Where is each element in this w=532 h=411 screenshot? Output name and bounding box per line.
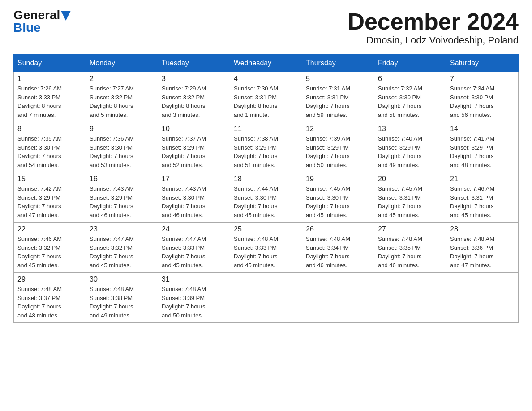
day-info: Sunrise: 7:41 AMSunset: 3:29 PMDaylight:… bbox=[450, 134, 515, 169]
day-info: Sunrise: 7:48 AMSunset: 3:35 PMDaylight:… bbox=[378, 235, 442, 270]
table-row: 4Sunrise: 7:30 AMSunset: 3:31 PMDaylight… bbox=[230, 72, 302, 122]
day-info: Sunrise: 7:48 AMSunset: 3:36 PMDaylight:… bbox=[450, 235, 515, 270]
day-number: 2 bbox=[90, 75, 154, 83]
table-row: 12Sunrise: 7:39 AMSunset: 3:29 PMDayligh… bbox=[302, 122, 374, 172]
table-row: 21Sunrise: 7:46 AMSunset: 3:31 PMDayligh… bbox=[446, 172, 519, 223]
page-title: December 2024 bbox=[348, 9, 519, 34]
table-row: 31Sunrise: 7:48 AMSunset: 3:39 PMDayligh… bbox=[158, 273, 230, 323]
table-row: 13Sunrise: 7:40 AMSunset: 3:29 PMDayligh… bbox=[374, 122, 446, 172]
table-row: 10Sunrise: 7:37 AMSunset: 3:29 PMDayligh… bbox=[158, 122, 230, 172]
day-number: 4 bbox=[234, 75, 298, 83]
day-number: 1 bbox=[17, 75, 82, 83]
table-row: 15Sunrise: 7:42 AMSunset: 3:29 PMDayligh… bbox=[14, 172, 86, 223]
day-number: 9 bbox=[90, 125, 154, 133]
table-row: 9Sunrise: 7:36 AMSunset: 3:30 PMDaylight… bbox=[86, 122, 158, 172]
table-row: 6Sunrise: 7:32 AMSunset: 3:30 PMDaylight… bbox=[374, 72, 446, 122]
table-row: 25Sunrise: 7:48 AMSunset: 3:33 PMDayligh… bbox=[230, 223, 302, 273]
day-info: Sunrise: 7:40 AMSunset: 3:29 PMDaylight:… bbox=[378, 134, 442, 169]
table-row: 1Sunrise: 7:26 AMSunset: 3:33 PMDaylight… bbox=[14, 72, 86, 122]
table-row: 26Sunrise: 7:48 AMSunset: 3:34 PMDayligh… bbox=[302, 223, 374, 273]
table-row: 16Sunrise: 7:43 AMSunset: 3:29 PMDayligh… bbox=[86, 172, 158, 223]
table-row: 20Sunrise: 7:45 AMSunset: 3:31 PMDayligh… bbox=[374, 172, 446, 223]
table-row: 30Sunrise: 7:48 AMSunset: 3:38 PMDayligh… bbox=[86, 273, 158, 323]
logo-general-text: General bbox=[13, 9, 60, 21]
table-row: 2Sunrise: 7:27 AMSunset: 3:32 PMDaylight… bbox=[86, 72, 158, 122]
table-row: 29Sunrise: 7:48 AMSunset: 3:37 PMDayligh… bbox=[14, 273, 86, 323]
table-row: 24Sunrise: 7:47 AMSunset: 3:33 PMDayligh… bbox=[158, 223, 230, 273]
day-info: Sunrise: 7:35 AMSunset: 3:30 PMDaylight:… bbox=[17, 134, 82, 169]
col-monday: Monday bbox=[86, 55, 158, 72]
day-info: Sunrise: 7:43 AMSunset: 3:30 PMDaylight:… bbox=[162, 184, 226, 219]
day-info: Sunrise: 7:39 AMSunset: 3:29 PMDaylight:… bbox=[306, 134, 370, 169]
col-tuesday: Tuesday bbox=[158, 55, 230, 72]
day-info: Sunrise: 7:26 AMSunset: 3:33 PMDaylight:… bbox=[17, 84, 82, 119]
day-info: Sunrise: 7:47 AMSunset: 3:32 PMDaylight:… bbox=[90, 235, 154, 270]
day-number: 16 bbox=[90, 175, 154, 183]
table-row: 19Sunrise: 7:45 AMSunset: 3:30 PMDayligh… bbox=[302, 172, 374, 223]
day-number: 22 bbox=[17, 225, 82, 233]
day-number: 26 bbox=[306, 225, 370, 233]
day-number: 3 bbox=[162, 75, 226, 83]
day-number: 15 bbox=[17, 175, 82, 183]
col-saturday: Saturday bbox=[446, 55, 519, 72]
col-friday: Friday bbox=[374, 55, 446, 72]
day-info: Sunrise: 7:48 AMSunset: 3:34 PMDaylight:… bbox=[306, 235, 370, 270]
logo: General Blue bbox=[13, 9, 71, 34]
calendar-table: Sunday Monday Tuesday Wednesday Thursday… bbox=[13, 54, 519, 323]
day-number: 25 bbox=[234, 225, 298, 233]
day-number: 12 bbox=[306, 125, 370, 133]
day-info: Sunrise: 7:48 AMSunset: 3:37 PMDaylight:… bbox=[17, 285, 82, 320]
day-info: Sunrise: 7:45 AMSunset: 3:30 PMDaylight:… bbox=[306, 184, 370, 219]
col-thursday: Thursday bbox=[302, 55, 374, 72]
svg-marker-0 bbox=[61, 11, 71, 21]
table-row: 7Sunrise: 7:34 AMSunset: 3:30 PMDaylight… bbox=[446, 72, 519, 122]
day-number: 27 bbox=[378, 225, 442, 233]
table-row: 14Sunrise: 7:41 AMSunset: 3:29 PMDayligh… bbox=[446, 122, 519, 172]
day-number: 14 bbox=[450, 125, 515, 133]
day-number: 20 bbox=[378, 175, 442, 183]
calendar-header-row: Sunday Monday Tuesday Wednesday Thursday… bbox=[14, 55, 519, 72]
table-row: 5Sunrise: 7:31 AMSunset: 3:31 PMDaylight… bbox=[302, 72, 374, 122]
day-info: Sunrise: 7:37 AMSunset: 3:29 PMDaylight:… bbox=[162, 134, 226, 169]
logo-blue-text: Blue bbox=[13, 21, 41, 34]
day-info: Sunrise: 7:31 AMSunset: 3:31 PMDaylight:… bbox=[306, 84, 370, 119]
day-info: Sunrise: 7:43 AMSunset: 3:29 PMDaylight:… bbox=[90, 184, 154, 219]
day-number: 19 bbox=[306, 175, 370, 183]
page-subtitle: Dmosin, Lodz Voivodeship, Poland bbox=[348, 34, 519, 46]
col-sunday: Sunday bbox=[14, 55, 86, 72]
day-number: 6 bbox=[378, 75, 442, 83]
table-row: 28Sunrise: 7:48 AMSunset: 3:36 PMDayligh… bbox=[446, 223, 519, 273]
day-info: Sunrise: 7:46 AMSunset: 3:32 PMDaylight:… bbox=[17, 235, 82, 270]
day-number: 24 bbox=[162, 225, 226, 233]
day-number: 28 bbox=[450, 225, 515, 233]
table-row: 27Sunrise: 7:48 AMSunset: 3:35 PMDayligh… bbox=[374, 223, 446, 273]
day-number: 18 bbox=[234, 175, 298, 183]
table-row: 23Sunrise: 7:47 AMSunset: 3:32 PMDayligh… bbox=[86, 223, 158, 273]
day-info: Sunrise: 7:30 AMSunset: 3:31 PMDaylight:… bbox=[234, 84, 298, 119]
table-row: 22Sunrise: 7:46 AMSunset: 3:32 PMDayligh… bbox=[14, 223, 86, 273]
day-info: Sunrise: 7:46 AMSunset: 3:31 PMDaylight:… bbox=[450, 184, 515, 219]
title-block: December 2024 Dmosin, Lodz Voivodeship, … bbox=[348, 9, 519, 46]
table-row bbox=[374, 273, 446, 323]
page-header: General Blue December 2024 Dmosin, Lodz … bbox=[13, 9, 519, 46]
day-info: Sunrise: 7:34 AMSunset: 3:30 PMDaylight:… bbox=[450, 84, 515, 119]
table-row: 17Sunrise: 7:43 AMSunset: 3:30 PMDayligh… bbox=[158, 172, 230, 223]
day-number: 17 bbox=[162, 175, 226, 183]
table-row bbox=[230, 273, 302, 323]
day-number: 30 bbox=[90, 275, 154, 283]
day-number: 10 bbox=[162, 125, 226, 133]
day-info: Sunrise: 7:32 AMSunset: 3:30 PMDaylight:… bbox=[378, 84, 442, 119]
day-info: Sunrise: 7:29 AMSunset: 3:32 PMDaylight:… bbox=[162, 84, 226, 119]
day-info: Sunrise: 7:48 AMSunset: 3:38 PMDaylight:… bbox=[90, 285, 154, 320]
table-row: 8Sunrise: 7:35 AMSunset: 3:30 PMDaylight… bbox=[14, 122, 86, 172]
day-number: 7 bbox=[450, 75, 515, 83]
table-row bbox=[302, 273, 374, 323]
day-info: Sunrise: 7:47 AMSunset: 3:33 PMDaylight:… bbox=[162, 235, 226, 270]
table-row bbox=[446, 273, 519, 323]
day-info: Sunrise: 7:48 AMSunset: 3:39 PMDaylight:… bbox=[162, 285, 226, 320]
table-row: 11Sunrise: 7:38 AMSunset: 3:29 PMDayligh… bbox=[230, 122, 302, 172]
logo-triangle-icon bbox=[61, 11, 71, 21]
day-info: Sunrise: 7:42 AMSunset: 3:29 PMDaylight:… bbox=[17, 184, 82, 219]
day-info: Sunrise: 7:36 AMSunset: 3:30 PMDaylight:… bbox=[90, 134, 154, 169]
table-row: 18Sunrise: 7:44 AMSunset: 3:30 PMDayligh… bbox=[230, 172, 302, 223]
